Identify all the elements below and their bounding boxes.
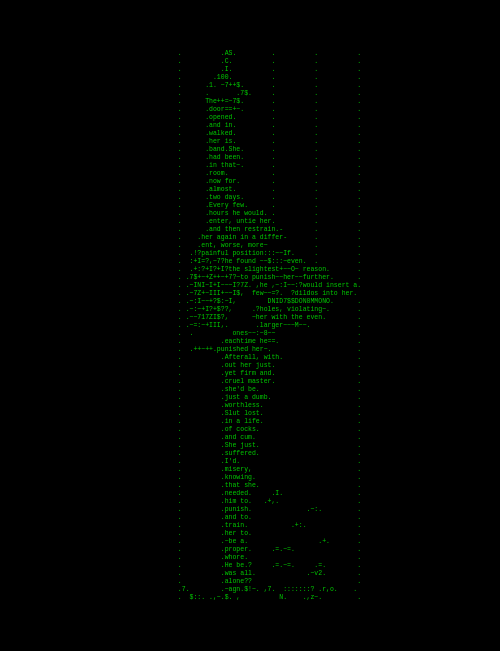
ascii-art-text: . .AS. . . . . .C. . . . . .I. . . . . .… [139, 50, 361, 602]
ascii-art-container: . .AS. . . . . .C. . . . . .I. . . . . .… [0, 0, 500, 651]
